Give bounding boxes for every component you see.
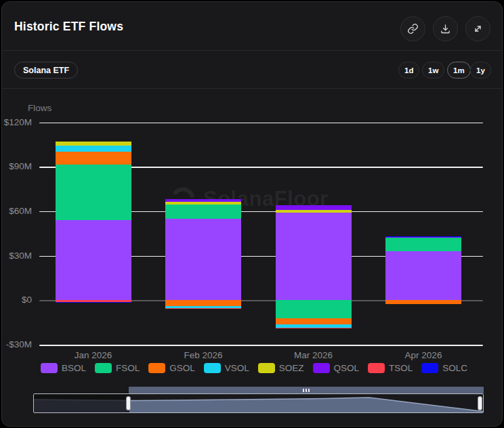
legend-swatch-icon	[41, 363, 58, 373]
range-navigator	[2, 385, 503, 420]
legend-swatch-icon	[313, 363, 330, 373]
legend-label: VSOL	[225, 363, 249, 373]
bar-segment-bsol-mar-2026[interactable]	[276, 213, 352, 300]
legend-label: TSOL	[389, 363, 413, 373]
bar-segment-qsol-feb-2026[interactable]	[165, 199, 241, 202]
page-title: Historic ETF Flows	[14, 20, 123, 34]
legend-item-solc[interactable]: SOLC	[421, 363, 467, 373]
navigator-left-handle[interactable]	[126, 396, 131, 410]
legend-swatch-icon	[421, 363, 438, 373]
x-tick-label: Mar 2026	[276, 350, 351, 360]
y-tick-label: $120M	[1, 117, 32, 127]
legend-label: BSOL	[62, 363, 86, 373]
grip-icon	[306, 389, 307, 392]
y-tick-label: $30M	[1, 251, 32, 261]
gridline	[39, 345, 483, 346]
range-button-1w[interactable]: 1w	[422, 62, 444, 79]
legend-item-tsol[interactable]: TSOL	[368, 363, 413, 373]
flows-chart: Flows $120M$90M$60M$30M$0-$30M SolanaFlo…	[2, 90, 503, 383]
bar-segment-vsol-jan-2026[interactable]	[56, 146, 131, 152]
y-axis-title: Flows	[28, 103, 51, 113]
x-tick-label: Feb 2026	[166, 350, 240, 360]
legend-swatch-icon	[368, 363, 385, 373]
legend-item-vsol[interactable]: VSOL	[204, 363, 249, 373]
legend-swatch-icon	[95, 363, 112, 373]
legend-item-soez[interactable]: SOEZ	[258, 363, 304, 373]
bar-segment-bsol-feb-2026[interactable]	[165, 219, 241, 300]
bar-segment-tsol-mar-2026[interactable]	[276, 328, 352, 328]
navigator-selection-strip[interactable]	[129, 387, 484, 393]
range-button-1d[interactable]: 1d	[398, 62, 419, 79]
grip-icon	[308, 389, 310, 392]
bar-segment-soez-jan-2026[interactable]	[56, 142, 131, 146]
download-button[interactable]	[433, 16, 458, 41]
range-button-1y[interactable]: 1y	[470, 62, 491, 79]
bar-segment-fsol-jan-2026[interactable]	[56, 165, 131, 221]
x-tick-label: Apr 2026	[386, 350, 461, 360]
legend-item-gsol[interactable]: GSOL	[148, 363, 195, 373]
copy-link-button[interactable]	[400, 16, 425, 41]
bar-segment-gsol-mar-2026[interactable]	[276, 318, 352, 324]
chart-card: Historic ETF Flows Solana ETF 1d 1w	[1, 1, 503, 427]
legend-swatch-icon	[148, 363, 165, 373]
filter-row: Solana ETF 1d 1w 1m 1y	[2, 51, 502, 89]
range-button-1m[interactable]: 1m	[447, 62, 471, 79]
y-tick-label: $90M	[1, 161, 32, 171]
legend-item-qsol[interactable]: QSOL	[313, 363, 360, 373]
bar-segment-fsol-mar-2026[interactable]	[276, 300, 352, 318]
legend-label: GSOL	[169, 363, 195, 373]
expand-icon	[472, 23, 484, 35]
bar-segment-solc-apr-2026[interactable]	[385, 236, 461, 237]
navigator-track[interactable]	[33, 393, 484, 413]
y-tick-label: -$30M	[1, 339, 32, 349]
bar-segment-gsol-feb-2026[interactable]	[165, 300, 241, 305]
y-tick-label: $0	[1, 295, 32, 305]
legend-swatch-icon	[204, 363, 221, 373]
asset-chip-solana-etf[interactable]: Solana ETF	[14, 62, 78, 79]
bar-segment-solc-jan-2026[interactable]	[56, 302, 131, 303]
legend-label: SOEZ	[279, 363, 304, 373]
bar-segment-qsol-mar-2026[interactable]	[276, 205, 352, 210]
y-tick-label: $60M	[1, 206, 32, 216]
bar-segment-bsol-apr-2026[interactable]	[385, 251, 461, 300]
legend-item-bsol[interactable]: BSOL	[41, 363, 86, 373]
bar-segment-tsol-feb-2026[interactable]	[165, 308, 241, 309]
link-icon	[407, 23, 419, 35]
legend-label: QSOL	[334, 363, 360, 373]
bar-segment-fsol-apr-2026[interactable]	[385, 238, 461, 251]
legend-label: SOLC	[442, 363, 467, 373]
legend-item-fsol[interactable]: FSOL	[95, 363, 140, 373]
bar-segment-gsol-apr-2026[interactable]	[385, 300, 461, 303]
bar-segment-fsol-feb-2026[interactable]	[165, 205, 241, 219]
chart-legend: BSOLFSOLGSOLVSOLSOEZQSOLTSOLSOLC	[2, 363, 503, 373]
gridline	[39, 123, 483, 124]
legend-swatch-icon	[258, 363, 275, 373]
bar-segment-bsol-jan-2026[interactable]	[56, 220, 131, 300]
navigator-right-handle[interactable]	[478, 396, 482, 410]
legend-label: FSOL	[116, 363, 140, 373]
download-icon	[440, 23, 451, 35]
card-header: Historic ETF Flows	[2, 2, 502, 51]
bar-segment-soez-mar-2026[interactable]	[276, 210, 352, 213]
x-tick-label: Jan 2026	[56, 350, 131, 360]
expand-button[interactable]	[465, 16, 490, 41]
grip-icon	[303, 389, 304, 392]
bar-segment-soez-feb-2026[interactable]	[165, 202, 241, 205]
navigator-unselected-mask	[34, 394, 129, 413]
bar-segment-gsol-jan-2026[interactable]	[56, 152, 131, 164]
